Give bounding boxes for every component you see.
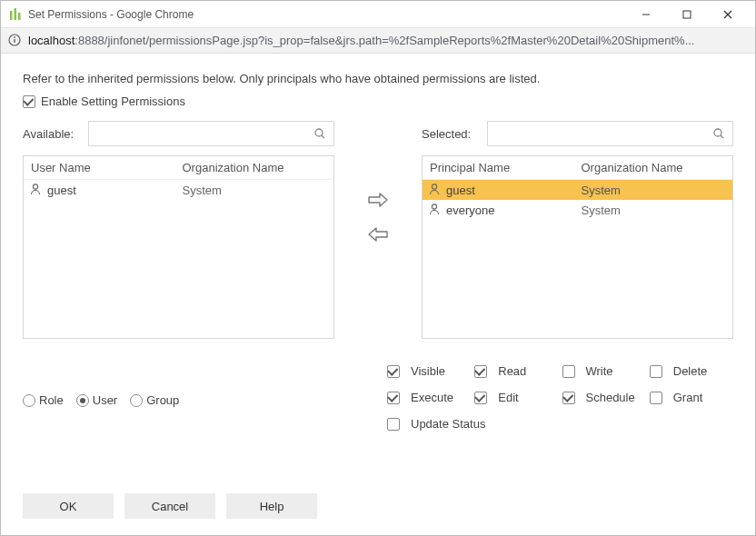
update-status-checkbox[interactable]	[387, 418, 400, 431]
search-icon	[313, 127, 326, 140]
principal-type-user[interactable]: User	[76, 393, 117, 407]
checkbox-icon[interactable]	[562, 365, 575, 378]
checkbox-icon[interactable]	[562, 392, 575, 404]
radio-icon[interactable]	[23, 394, 35, 407]
permissions-group: VisibleReadWriteDeleteExecuteEditSchedul…	[387, 364, 733, 431]
info-icon	[8, 34, 23, 48]
window-title: Set Permissions - Google Chrome	[28, 8, 194, 21]
url-text[interactable]: localhost:8888/jinfonet/permissionsPage.…	[28, 34, 748, 47]
user-icon	[428, 203, 443, 217]
svg-rect-2	[18, 13, 21, 20]
help-button[interactable]: Help	[226, 493, 317, 519]
ok-button[interactable]: OK	[23, 493, 114, 519]
checkbox-icon[interactable]	[474, 365, 487, 378]
intro-text: Refer to the inherited permissions below…	[23, 72, 733, 85]
svg-line-11	[322, 135, 324, 138]
selected-search-input[interactable]	[495, 126, 712, 142]
selected-row[interactable]: guestSystem	[423, 180, 732, 200]
cancel-button[interactable]: Cancel	[124, 493, 215, 519]
principal-name: guest	[47, 184, 76, 197]
svg-point-10	[315, 129, 323, 136]
org-name: System	[578, 203, 733, 217]
available-panel: Available: User Name Organization Name g…	[23, 121, 334, 339]
perm-visible[interactable]: Visible	[387, 364, 471, 378]
checkbox-icon[interactable]	[387, 365, 400, 378]
radio-icon[interactable]	[76, 394, 89, 407]
perm-delete[interactable]: Delete	[650, 364, 733, 378]
action-bar: OK Cancel Help	[23, 477, 733, 519]
principal-type-role[interactable]: Role	[23, 393, 64, 407]
search-icon	[712, 127, 725, 140]
user-icon	[428, 183, 443, 197]
perm-execute[interactable]: Execute	[387, 391, 471, 404]
svg-point-16	[432, 204, 436, 209]
move-right-button[interactable]	[367, 192, 389, 208]
enable-permissions-label: Enable Setting Permissions	[41, 94, 185, 108]
perm-write[interactable]: Write	[562, 364, 646, 378]
address-bar: localhost:8888/jinfonet/permissionsPage.…	[1, 28, 755, 54]
minimize-button[interactable]	[625, 1, 666, 28]
perm-grant[interactable]: Grant	[650, 391, 733, 404]
svg-point-13	[714, 129, 721, 136]
checkbox-icon[interactable]	[650, 392, 662, 404]
selected-list: Principal Name Organization Name guestSy…	[422, 155, 733, 339]
svg-line-14	[721, 135, 723, 138]
perm-schedule[interactable]: Schedule	[562, 391, 646, 404]
radio-icon[interactable]	[130, 394, 143, 407]
svg-point-12	[33, 184, 37, 189]
checkbox-icon[interactable]	[387, 392, 400, 404]
content-area: Refer to the inherited permissions below…	[1, 54, 755, 535]
selected-row[interactable]: everyoneSystem	[423, 200, 732, 220]
selected-panel: Selected: Principal Name Organization Na…	[422, 121, 733, 339]
enable-permissions-checkbox[interactable]	[23, 95, 35, 108]
available-list-header: User Name Organization Name	[24, 156, 333, 180]
move-left-button[interactable]	[367, 226, 389, 243]
selected-label: Selected:	[422, 127, 482, 141]
titlebar: Set Permissions - Google Chrome	[1, 1, 755, 28]
mover-buttons	[353, 192, 403, 243]
principal-type-group: RoleUserGroup	[23, 393, 369, 407]
principal-name: guest	[446, 184, 475, 197]
update-status-label: Update Status	[411, 417, 485, 431]
app-icon	[8, 7, 23, 22]
selected-list-header: Principal Name Organization Name	[423, 156, 732, 180]
available-row[interactable]: guestSystem	[24, 180, 333, 200]
svg-point-8	[14, 36, 15, 38]
checkbox-icon[interactable]	[650, 365, 662, 378]
svg-point-15	[432, 184, 436, 189]
user-icon	[29, 183, 44, 197]
perm-edit[interactable]: Edit	[474, 391, 558, 404]
maximize-button[interactable]	[666, 1, 707, 28]
available-list: User Name Organization Name guestSystem	[23, 155, 334, 339]
svg-rect-4	[683, 11, 691, 18]
selected-search-box[interactable]	[487, 121, 733, 146]
svg-rect-0	[10, 11, 13, 20]
available-label: Available:	[23, 127, 83, 141]
org-name: System	[578, 184, 733, 197]
svg-rect-1	[15, 8, 17, 20]
available-search-input[interactable]	[96, 126, 313, 142]
org-name: System	[179, 184, 334, 197]
close-button[interactable]	[707, 1, 748, 28]
enable-permissions-row[interactable]: Enable Setting Permissions	[23, 94, 733, 108]
principal-type-group[interactable]: Group	[130, 393, 179, 407]
checkbox-icon[interactable]	[474, 392, 487, 404]
principal-name: everyone	[446, 203, 494, 217]
app-window: Set Permissions - Google Chrome localhos…	[0, 0, 756, 536]
perm-read[interactable]: Read	[474, 364, 558, 378]
available-search-box[interactable]	[88, 121, 334, 146]
svg-rect-9	[14, 39, 15, 43]
